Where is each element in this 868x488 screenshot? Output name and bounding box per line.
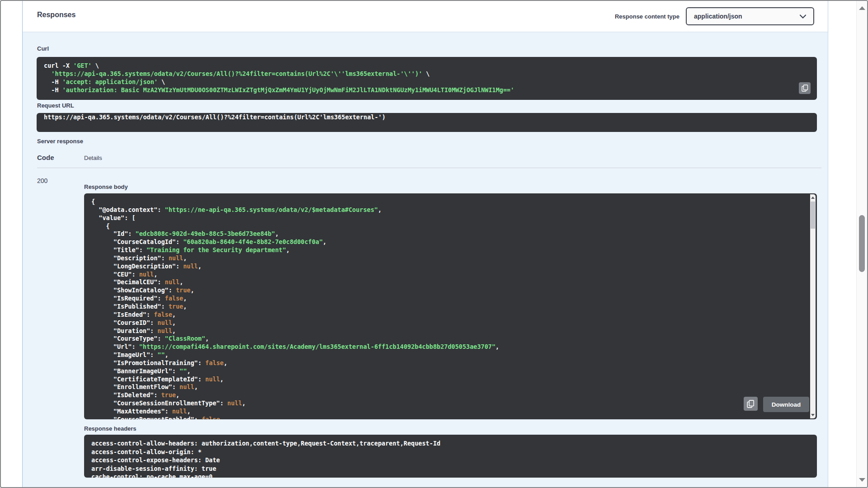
- response-content-type-select[interactable]: application/json: [686, 7, 814, 25]
- response-content-type-label: Response content type: [615, 13, 679, 20]
- response-body-scrollbar-thumb[interactable]: [811, 202, 815, 229]
- responses-header: Responses Response content type applicat…: [23, 1, 828, 32]
- response-body-label: Response body: [84, 183, 128, 190]
- page-scrollbar-thumb[interactable]: [859, 215, 865, 272]
- response-content-type-value: application/json: [694, 13, 742, 20]
- scroll-up-icon[interactable]: [811, 197, 815, 199]
- status-code: 200: [37, 177, 47, 184]
- chevron-down-icon: [800, 14, 806, 19]
- curl-code-block: curl -X 'GET' \ 'https://api-qa.365.syst…: [37, 57, 817, 100]
- page-scroll-up-button[interactable]: [859, 6, 865, 10]
- table-header-divider: [37, 168, 821, 168]
- responses-body: Curl curl -X 'GET' \ 'https://api-qa.365…: [23, 32, 828, 487]
- operation-block: Responses Response content type applicat…: [22, 1, 828, 487]
- response-body-json: { "@odata.context": "https://ne-api-qa.3…: [84, 193, 817, 419]
- server-response-label: Server response: [37, 138, 83, 145]
- response-headers-text: access-control-allow-headers: authorizat…: [84, 435, 817, 478]
- response-body-block: { "@odata.context": "https://ne-api-qa.3…: [84, 193, 817, 419]
- response-headers-label: Response headers: [84, 425, 137, 432]
- curl-label: Curl: [37, 45, 49, 52]
- details-column-header: Details: [84, 155, 102, 161]
- response-body-scrollbar[interactable]: [810, 194, 816, 418]
- code-column-header: Code: [37, 154, 54, 161]
- page-scrollbar[interactable]: [856, 1, 867, 487]
- page-scroll-down-button[interactable]: [859, 478, 865, 482]
- response-body-copy-button[interactable]: [744, 397, 758, 411]
- request-url-block: https://api-qa.365.systems/odata/v2/Cour…: [37, 113, 817, 132]
- clipboard-icon: [802, 84, 808, 92]
- request-url-label: Request URL: [37, 102, 74, 109]
- swagger-responses-page: Responses Response content type applicat…: [0, 0, 868, 488]
- scroll-down-icon[interactable]: [811, 414, 815, 416]
- curl-command: curl -X 'GET' \ 'https://api-qa.365.syst…: [37, 57, 817, 100]
- page-title: Responses: [37, 11, 75, 19]
- content-type-wrap: Response content type application/json: [615, 7, 814, 25]
- curl-copy-button[interactable]: [799, 82, 811, 94]
- clipboard-icon: [747, 400, 755, 408]
- request-url-value: https://api-qa.365.systems/odata/v2/Cour…: [37, 113, 393, 132]
- download-button[interactable]: Download: [763, 397, 809, 412]
- response-headers-block: access-control-allow-headers: authorizat…: [84, 435, 817, 478]
